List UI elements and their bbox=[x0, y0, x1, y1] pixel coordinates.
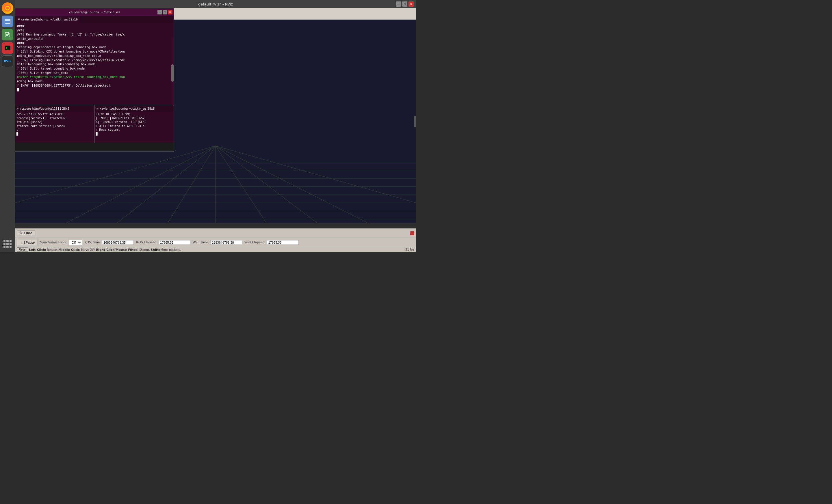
terminal-scrollbar-track[interactable] bbox=[171, 37, 174, 105]
app-grid-button[interactable] bbox=[2, 239, 13, 249]
rviz-window-title: default.rviz* - RViz bbox=[198, 2, 233, 6]
fps-display: 31 fps bbox=[405, 248, 414, 251]
terminal-bottom-left-label: roscore http://ubuntu:11311 28x6 bbox=[21, 107, 70, 110]
terminal-line-3: #### Running command: "make -j2 -l2" in … bbox=[17, 32, 172, 37]
ros-elapsed-field[interactable] bbox=[159, 240, 190, 245]
tbr-line-4: L 4.1) limited to GLSL 1.4 o bbox=[96, 124, 173, 128]
time-label-text: Time bbox=[24, 231, 32, 235]
tbr-line-2: [ INFO] [1683629123.68155652 bbox=[96, 116, 173, 120]
terminal-dark-area bbox=[15, 143, 174, 151]
terminal-line-12: [100%] Built target sat_demo bbox=[17, 71, 172, 75]
terminal-controls: ─ □ ✕ bbox=[157, 10, 173, 15]
terminal-maximize[interactable]: □ bbox=[163, 10, 167, 15]
terminal-line-7: [ 25%] Building CXX object bounding_box_… bbox=[17, 49, 172, 54]
window-controls: ─ □ ✕ bbox=[396, 1, 414, 7]
svg-rect-6 bbox=[5, 46, 10, 50]
status-expand-button[interactable] bbox=[410, 231, 414, 235]
terminal-bottom-left-body[interactable]: ee56-11ed-987c-fff34c145b98 process[roso… bbox=[15, 112, 95, 136]
close-button[interactable]: ✕ bbox=[409, 1, 414, 7]
terminal-line-1: #### bbox=[17, 24, 172, 28]
terminal-cursor-line: █ bbox=[17, 87, 172, 92]
middle-click-label: Middle-Click: bbox=[58, 248, 80, 251]
wall-time-field[interactable] bbox=[210, 240, 242, 245]
pause-label: | Pause bbox=[24, 241, 35, 244]
minimize-button[interactable]: ─ bbox=[396, 1, 401, 7]
controls-bar: ⏸ | Pause Synchronization: Off On ROS Ti… bbox=[15, 237, 416, 247]
sidebar-icon-files[interactable] bbox=[2, 16, 13, 27]
svg-point-2 bbox=[6, 7, 9, 9]
terminal-line-4: atkin_ws/build" bbox=[17, 37, 172, 41]
middle-click-action: Move X/Y. bbox=[81, 248, 95, 251]
terminal-bottom-right-body[interactable]: uild: RELEASE; LLVM; [ INFO] [1683629123… bbox=[95, 112, 174, 136]
reset-button[interactable]: Reset bbox=[17, 247, 28, 252]
shift-label: Shift: bbox=[151, 248, 160, 251]
sync-label: Synchronization: bbox=[40, 241, 67, 244]
sidebar-icon-terminal[interactable] bbox=[2, 42, 13, 54]
terminal-line-13: xavier-tse@ubuntu:~/catkin_ws$ rosrun bo… bbox=[17, 75, 172, 79]
shift-action: More options. bbox=[161, 248, 181, 251]
tbl-line-4: started core service [/rosou bbox=[17, 124, 93, 128]
ros-time-label: ROS Time: bbox=[84, 241, 101, 244]
tbl-line-5: t] bbox=[17, 128, 93, 132]
ros-elapsed-label: ROS Elapsed: bbox=[136, 241, 157, 244]
sidebar-icon-firefox[interactable] bbox=[2, 2, 13, 14]
terminal-minimize[interactable]: ─ bbox=[157, 10, 162, 15]
terminal-line-8: nding_box_node.dir/src/bounding_box_node… bbox=[17, 54, 172, 58]
terminal-line-10: vel/lib/bounding_box_node/bounding_box_n… bbox=[17, 62, 172, 66]
tbr-line-3: 6]: OpenGl version: 4.1 (GLS bbox=[96, 120, 173, 124]
time-icon: ⏱ bbox=[19, 231, 23, 235]
tbl-line-3: ith pid [45572] bbox=[17, 120, 93, 124]
ros-time-group: ROS Time: bbox=[84, 240, 134, 245]
sidebar-icon-editor[interactable] bbox=[2, 29, 13, 40]
terminal-body[interactable]: #### #### #### Running command: "make -j… bbox=[15, 23, 174, 105]
maximize-button[interactable]: □ bbox=[402, 1, 407, 7]
ros-elapsed-group: ROS Elapsed: bbox=[136, 240, 190, 245]
sync-dropdown[interactable]: Off On bbox=[69, 240, 82, 245]
wall-elapsed-group: Wall Elapsed: bbox=[244, 240, 298, 245]
rviz-titlebar: default.rviz* - RViz ─ □ ✕ bbox=[15, 0, 416, 8]
wall-elapsed-field[interactable] bbox=[267, 240, 299, 245]
terminal-line-9: [ 50%] Linking CXX executable /home/xavi… bbox=[17, 58, 172, 62]
terminal-bottom-right-tab[interactable]: ⊞ xavier-tse@ubuntu: ~/catkin_ws 28x6 bbox=[95, 105, 174, 112]
tbr-line-1: uild: RELEASE; LLVM; bbox=[96, 112, 173, 116]
terminal-tab-label: xavier-tse@ubuntu: ~/catkin_ws 59x16 bbox=[21, 18, 78, 21]
right-click-action: Zoom. bbox=[140, 248, 150, 251]
status-bar: ⏱ Time bbox=[15, 228, 416, 237]
terminal-bottom-left-tab[interactable]: ⊞ roscore http://ubuntu:11311 28x6 bbox=[15, 105, 95, 112]
terminal-scrollbar-thumb[interactable] bbox=[171, 64, 174, 82]
svg-rect-3 bbox=[5, 19, 10, 23]
pause-icon: ⏸ bbox=[20, 241, 23, 244]
tbl-cursor: █ bbox=[17, 132, 93, 136]
time-section-label: ⏱ Time bbox=[17, 230, 35, 236]
terminal-line-15: [ INFO] [1683646684.537716775]: Collisio… bbox=[17, 83, 172, 88]
terminal-bottom-right: ⊞ xavier-tse@ubuntu: ~/catkin_ws 28x6 ui… bbox=[95, 105, 174, 143]
hint-bar: Reset Left-Click: Rotate. Middle-Click: … bbox=[15, 247, 416, 252]
viewport-resize-handle[interactable] bbox=[414, 116, 416, 127]
pause-button[interactable]: ⏸ | Pause bbox=[17, 240, 38, 245]
terminal-title: xavier-tse@ubuntu: ~/catkin_ws bbox=[69, 10, 120, 14]
terminal-line-11: [ 50%] Built target bounding_box_node bbox=[17, 66, 172, 71]
tbr-cursor: █ bbox=[96, 132, 173, 136]
terminal-line-14: nding_box_node bbox=[17, 79, 172, 83]
wall-time-label: Wall Time: bbox=[193, 241, 209, 244]
ubuntu-sidebar: RViz bbox=[0, 0, 15, 252]
sidebar-icon-rviz[interactable]: RViz bbox=[2, 55, 13, 67]
ros-time-field[interactable] bbox=[102, 240, 134, 245]
terminal-bottom-split: ⊞ roscore http://ubuntu:11311 28x6 ee56-… bbox=[15, 105, 174, 143]
terminal-main-window: xavier-tse@ubuntu: ~/catkin_ws ─ □ ✕ ⊞ x… bbox=[15, 8, 174, 151]
terminal-titlebar: xavier-tse@ubuntu: ~/catkin_ws ─ □ ✕ bbox=[15, 8, 174, 16]
terminal-tab-bar: ⊞ xavier-tse@ubuntu: ~/catkin_ws 59x16 bbox=[15, 16, 174, 23]
wall-time-group: Wall Time: bbox=[193, 240, 242, 245]
terminal-close[interactable]: ✕ bbox=[168, 10, 173, 15]
left-click-label: Left-Click: bbox=[29, 248, 46, 251]
terminal-line-2: #### bbox=[17, 28, 172, 33]
terminal-bottom-left: ⊞ roscore http://ubuntu:11311 28x6 ee56-… bbox=[15, 105, 95, 143]
terminal-line-6: Scanning dependencies of target bounding… bbox=[17, 45, 172, 49]
right-click-label: Right-Click/Mouse Wheel: bbox=[96, 248, 139, 251]
tbl-line-1: ee56-11ed-987c-fff34c145b98 bbox=[17, 112, 93, 116]
terminal-tab-main[interactable]: ⊞ xavier-tse@ubuntu: ~/catkin_ws 59x16 bbox=[15, 16, 80, 23]
tbr-line-5: n Mesa system. bbox=[96, 128, 173, 132]
terminal-bottom-right-label: xavier-tse@ubuntu: ~/catkin_ws 28x6 bbox=[100, 107, 155, 110]
tbl-line-2: process[rosout-1]: started w bbox=[17, 116, 93, 120]
wall-elapsed-label: Wall Elapsed: bbox=[244, 241, 265, 244]
